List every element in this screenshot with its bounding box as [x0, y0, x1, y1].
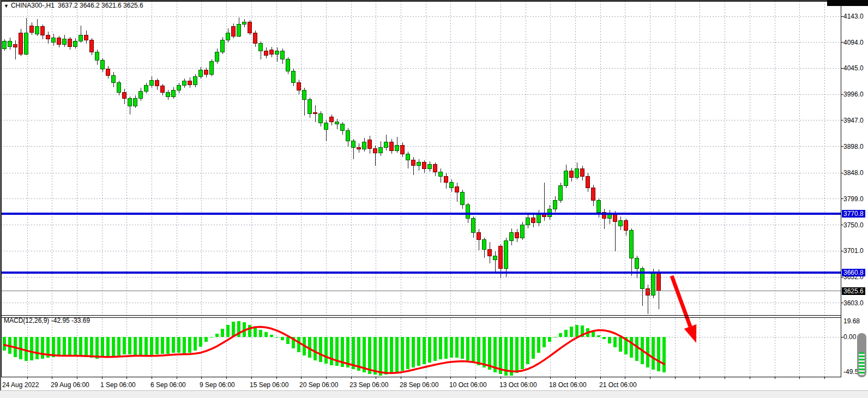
bear-candle: [390, 142, 394, 151]
macd-bar: [25, 337, 28, 361]
bull-candle: [630, 230, 634, 258]
bull-candle: [466, 205, 470, 219]
macd-bar: [35, 337, 39, 359]
macd-tick-label: 0.00: [843, 333, 856, 341]
macd-bar: [483, 337, 486, 367]
macd-bar: [199, 337, 202, 347]
indicator-scrollbar-thumb[interactable]: [857, 333, 866, 377]
bull-candle: [352, 141, 355, 148]
ohlc-values: 3637.2 3646.2 3621.6 3625.6: [58, 2, 143, 9]
macd-bar: [281, 337, 284, 340]
macd-bar: [548, 337, 551, 342]
bull-candle: [237, 25, 241, 36]
bear-candle: [57, 38, 61, 45]
bear-candle: [14, 45, 17, 47]
bear-candle: [232, 27, 236, 37]
bear-candle: [90, 40, 94, 52]
macd-bar: [183, 337, 186, 354]
time-tick-label: 29 Aug 06:00: [51, 381, 89, 389]
macd-bar: [30, 337, 33, 360]
bear-candle: [613, 214, 617, 222]
bear-candle: [646, 289, 650, 296]
macd-bar: [123, 337, 126, 354]
macd-bar: [575, 325, 578, 337]
bull-candle: [172, 90, 176, 97]
macd-bar: [662, 337, 666, 372]
symbol-dropdown-icon[interactable]: ▼: [4, 3, 9, 9]
macd-bar: [646, 337, 649, 367]
bear-candle: [373, 148, 377, 153]
bear-candle: [19, 33, 23, 54]
bull-candle: [112, 75, 116, 83]
macd-bar: [79, 337, 82, 356]
macd-bar: [155, 337, 159, 354]
bear-candle: [657, 272, 661, 291]
macd-bar: [412, 337, 415, 367]
macd-bar: [314, 337, 317, 360]
panel-frame: [1, 1, 841, 377]
time-tick-label: 6 Sep 06:00: [150, 381, 186, 389]
macd-bar: [150, 337, 153, 355]
bull-candle: [439, 172, 443, 176]
bear-candle: [297, 83, 301, 91]
macd-bar: [635, 337, 638, 361]
macd-bar: [373, 337, 377, 375]
macd-bar: [204, 337, 208, 342]
time-tick-label: 28 Sep 06:00: [400, 381, 438, 389]
time-tick-label: 15 Sep 06:00: [250, 381, 288, 389]
bull-candle: [406, 154, 410, 160]
bear-candle: [515, 232, 519, 238]
macd-bar: [564, 330, 568, 337]
bull-candle: [341, 124, 345, 131]
bull-candle: [363, 142, 366, 149]
current-price-label: 3625.6: [842, 287, 865, 295]
time-tick-label: 21 Oct 06:00: [599, 381, 637, 389]
bear-candle: [330, 117, 334, 122]
candlesticks: [3, 17, 661, 314]
bear-candle: [488, 249, 492, 256]
macd-bar: [52, 337, 55, 357]
macd-bar: [106, 337, 110, 357]
macd-bar: [401, 337, 404, 371]
bull-candle: [221, 40, 225, 52]
bear-candle: [477, 232, 481, 240]
time-tick-label: 9 Sep 06:00: [200, 381, 235, 389]
price-tick-label: 3898.0: [843, 143, 864, 150]
bull-candle: [139, 91, 143, 99]
bear-candle: [444, 176, 448, 183]
bear-candle: [123, 92, 126, 99]
bull-candle: [483, 240, 486, 250]
macd-signal-value: -33.69: [71, 317, 90, 324]
macd-bar: [95, 337, 99, 359]
bull-candle: [281, 51, 285, 59]
bull-candle: [226, 33, 230, 40]
macd-bar: [259, 330, 262, 337]
bear-candle: [41, 27, 45, 35]
macd-bar: [161, 337, 164, 354]
macd-bar: [172, 337, 175, 353]
bull-candle: [417, 162, 421, 166]
bull-candle: [335, 122, 339, 124]
bear-candle: [68, 39, 72, 47]
macd-bar: [406, 337, 409, 369]
macd-bar: [439, 337, 442, 359]
macd-bar: [553, 337, 557, 337]
bull-candle: [635, 258, 639, 268]
macd-bar: [368, 337, 371, 374]
chart-canvas[interactable]: [0, 0, 868, 398]
macd-bar: [270, 335, 273, 337]
bull-candle: [493, 256, 497, 260]
time-tick-label: 13 Oct 06:00: [499, 381, 537, 389]
bull-candle: [150, 81, 154, 86]
macd-bar: [450, 337, 453, 358]
trend-arrow[interactable]: [672, 276, 696, 343]
bull-candle: [553, 201, 557, 209]
window-bottom-strip: [0, 390, 868, 398]
bull-candle: [3, 41, 7, 49]
macd-bar: [57, 337, 61, 356]
macd-bar: [428, 337, 431, 363]
macd-bar: [570, 327, 573, 337]
bear-candle: [46, 35, 50, 39]
macd-bar: [177, 337, 180, 353]
bull-candle: [450, 183, 454, 188]
